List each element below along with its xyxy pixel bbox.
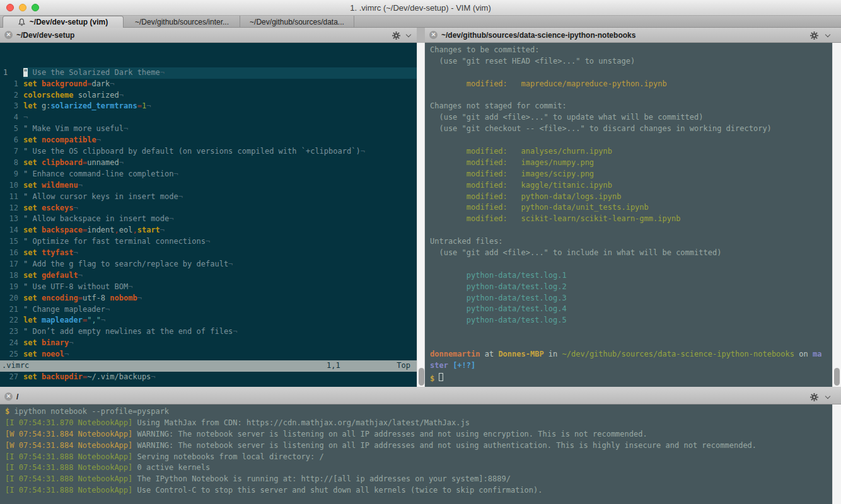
token-op: , <box>115 226 119 234</box>
line-number: 4 <box>0 112 23 123</box>
token-p: (use "git add <file>..." to update what … <box>430 113 703 122</box>
chevron-down-icon[interactable] <box>825 32 830 37</box>
vim-line: 22let mapleader=","¬ <box>0 315 417 326</box>
ipython-pane-titlebar: ✕ / <box>0 389 841 404</box>
terminal-line: [W 07:54:31.884 NotebookApp] WARNING: Th… <box>5 440 832 452</box>
token-fn: mapleader <box>42 316 83 324</box>
ipython-pane-scrollbar[interactable] <box>832 404 841 504</box>
token-cm: " Don’t add empty newlines at the end of… <box>23 327 233 336</box>
token-cm: Use the Solarized Dark theme <box>28 68 160 77</box>
vim-editor[interactable]: 1" Use the Solarized Dark theme¬1set bac… <box>0 43 417 387</box>
token-eol: ¬ <box>160 68 165 77</box>
token-kw: set <box>23 181 37 190</box>
git-pane-scrollbar[interactable] <box>832 43 841 387</box>
token-eol: ¬ <box>78 271 83 280</box>
token-bl: [+!?] <box>453 361 475 370</box>
line-number: 8 <box>0 158 23 169</box>
terminal-line <box>430 225 832 236</box>
session-settings-gear-icon[interactable] <box>810 392 818 404</box>
terminal-line: modified: analyses/churn.ipynb <box>430 146 832 158</box>
vim-line: 5" Make Vim more useful¬ <box>0 123 417 135</box>
terminal-line: [I 07:54:31.888 NotebookApp] Serving not… <box>5 452 832 463</box>
vim-line: 23" Don’t add empty newlines at the end … <box>0 326 417 338</box>
vim-pane-scrollbar[interactable] <box>417 43 425 387</box>
chevron-down-icon[interactable] <box>406 32 411 37</box>
token-eol: ¬ <box>96 135 101 144</box>
token-t: python-data/test.log.3 <box>430 294 567 302</box>
terminal-line: Untracked files: <box>430 236 832 248</box>
token-opt: background <box>42 79 87 88</box>
token-iI: [I 07:54:31.888 NotebookApp] <box>5 452 137 461</box>
close-pane-icon[interactable]: ✕ <box>4 31 13 39</box>
token-g: modified: python-data/unit_tests.ipynb <box>430 203 649 212</box>
token-eol: ¬ <box>206 237 210 246</box>
tab-github-sources-data[interactable]: ~/Dev/github/sources/data... <box>240 16 354 28</box>
token-p: Use Control-C to stop this server and sh… <box>137 486 543 495</box>
tab-dev-setup[interactable]: ~/Dev/dev-setup (vim) <box>3 16 124 28</box>
token-wh: at <box>480 350 498 358</box>
token-val: unnamed <box>87 158 119 167</box>
token-val: dark <box>91 79 110 88</box>
terminal-line: ster [+!?] <box>430 360 832 372</box>
scrollbar-thumb[interactable] <box>834 368 840 386</box>
terminal-line <box>430 67 832 79</box>
tab-label: ~/Dev/dev-setup (vim) <box>30 18 108 26</box>
line-number: 20 <box>0 293 23 304</box>
terminal-line: (use "git add <file>..." to include in w… <box>430 248 832 259</box>
session-settings-gear-icon[interactable] <box>392 31 400 42</box>
tab-github-sources-inter[interactable]: ~/Dev/github/sources/inter... <box>124 16 240 28</box>
token-p: Changes to be committed: <box>430 45 539 54</box>
token-val: utf-8 <box>83 294 110 302</box>
token-eol: ¬ <box>23 113 28 122</box>
tab-bar: ~/Dev/dev-setup (vim) ~/Dev/github/sourc… <box>0 16 841 28</box>
token-eol: ¬ <box>124 124 128 133</box>
window-titlebar: 1. .vimrc (~/Dev/dev-setup) - VIM (vim) <box>0 0 841 16</box>
token-g: modified: kaggle/titanic.ipynb <box>430 181 612 190</box>
token-yl: Donnes-MBP <box>498 350 543 358</box>
terminal-line: modified: python-data/unit_tests.ipynb <box>430 202 832 214</box>
token-val: indent <box>87 226 114 234</box>
token-eol: ¬ <box>178 192 183 201</box>
token-cm: " Add the g flag to search/replace by de… <box>23 260 228 268</box>
line-number: 16 <box>0 248 23 259</box>
token-eol: ¬ <box>361 147 365 156</box>
token-kw: let <box>23 316 37 324</box>
token-eol: ¬ <box>110 79 114 88</box>
token-cm: " Use the OS clipboard by default (on ve… <box>23 147 361 156</box>
line-number: 18 <box>0 270 23 282</box>
token-cm: " Change mapleader <box>23 305 105 314</box>
line-number: 1 <box>0 79 23 90</box>
token-cm: " Use UTF-8 without BOM <box>23 282 128 291</box>
scrollbar-thumb[interactable] <box>419 368 424 386</box>
terminal-line: modified: scikit-learn/scikit-learn-gmm.… <box>430 214 832 225</box>
token-iW: [W 07:54:31.884 NotebookApp] <box>5 430 137 438</box>
close-pane-icon[interactable]: ✕ <box>4 392 13 401</box>
token-val <box>37 158 42 167</box>
token-eol: ¬ <box>128 282 132 291</box>
terminal-line: [W 07:54:31.884 NotebookApp] WARNING: Th… <box>5 429 832 440</box>
token-op: = <box>78 294 83 302</box>
token-val <box>37 372 42 381</box>
token-p: WARNING: The notebook server is listenin… <box>137 441 757 450</box>
vim-line: 12set esckeys¬ <box>0 203 417 214</box>
token-vi: ster <box>430 361 448 370</box>
terminal-line: modified: mapreduce/mapreduce-python.ipy… <box>430 79 832 90</box>
chevron-down-icon[interactable] <box>825 394 830 399</box>
token-eol: ¬ <box>105 305 110 314</box>
ipython-terminal[interactable]: $ ipython notebook --profile=pyspark[I 0… <box>0 404 832 504</box>
token-t: python-data/test.log.5 <box>430 316 567 324</box>
line-number: 7 <box>0 146 23 158</box>
token-kw: let <box>23 101 37 110</box>
statusline-filename: .vimrc <box>2 360 29 372</box>
token-eol: ¬ <box>101 316 105 324</box>
statusline-scroll-indicator: Top <box>397 360 410 372</box>
vim-line: 27set backupdir=~/.vim/backups¬ <box>0 372 417 383</box>
line-number: 2 <box>0 90 23 101</box>
git-pane-titlebar: ✕ ~/dev/github/sources/data-science-ipyt… <box>425 28 841 43</box>
session-settings-gear-icon[interactable] <box>810 31 818 42</box>
line-number: 12 <box>0 203 23 214</box>
close-pane-icon[interactable]: ✕ <box>429 31 438 39</box>
bell-icon <box>18 18 25 26</box>
vim-line: 8set clipboard=unnamed¬ <box>0 158 417 169</box>
git-terminal[interactable]: Changes to be committed: (use "git reset… <box>425 43 832 387</box>
